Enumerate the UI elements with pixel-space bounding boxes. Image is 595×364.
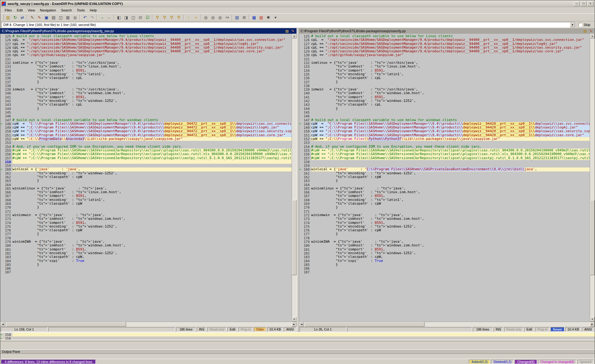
second-file-vertical-scrollbar[interactable]: ▲ ▼ xyxy=(590,34,595,322)
code-line[interactable]: 164 xyxy=(0,183,292,187)
code-line[interactable]: 145 xyxy=(0,110,292,114)
close-button[interactable]: × xyxy=(587,1,593,6)
filter-icon[interactable]: ∇ xyxy=(154,14,161,20)
show-differences-only-icon[interactable]: ☑ xyxy=(144,14,151,20)
print-icon[interactable]: ▤ xyxy=(50,14,57,20)
scroll-track[interactable] xyxy=(304,322,590,327)
first-file-header[interactable]: C:\Program Files\Python\Python37\Lib\sit… xyxy=(0,28,297,34)
code-line[interactable]: ►148cpW = "C:\\Program Files\\SASHome\\S… xyxy=(0,122,292,126)
code-line[interactable]: 136 "ts">'classpath' : cpL xyxy=(0,76,292,80)
code-line[interactable]: 172winiomwin = {"ts">'java' : "ts">'java… xyxy=(299,213,590,217)
code-line[interactable]: 178 xyxy=(299,236,590,240)
scroll-thumb[interactable] xyxy=(292,200,297,275)
recompare-icon[interactable]: ↻ xyxy=(12,14,19,20)
code-line[interactable]: 151cpW += ";C:\\Program Files\\SASHome\\… xyxy=(0,133,292,137)
code-line[interactable]: 153 xyxy=(299,141,590,145)
split-horizontally-icon[interactable]: ⊟ xyxy=(137,14,144,20)
code-line[interactable]: 181 "ts">'iomport' : 8591, xyxy=(299,248,590,251)
scroll-up-icon[interactable]: ▲ xyxy=(292,34,297,38)
code-line[interactable]: 170 } xyxy=(0,206,292,209)
code-line[interactable]: 181 "ts">'iomport' : 8591, xyxy=(0,248,292,251)
code-line[interactable]: 125# build out a local classpath variabl… xyxy=(0,34,292,38)
maximize-button[interactable]: □ xyxy=(580,1,587,6)
code-line[interactable]: 137 } xyxy=(0,80,292,84)
code-line[interactable]: 168 "ts">'encoding' : "ts">'latin1', xyxy=(0,198,292,202)
code-line[interactable]: 175 "ts">'encoding' : "ts">'windows-1252… xyxy=(299,225,590,228)
code-line[interactable]: 143 "ts">'classpath' : cpL xyxy=(299,103,590,106)
code-line[interactable]: 128cpL += ":/opt/sasinside/SASHome/SASDe… xyxy=(0,46,292,50)
code-line[interactable]: 178 xyxy=(0,236,292,240)
code-line[interactable]: 126cpL = "/opt/sasinside/SASHome/SASDepl… xyxy=(0,38,292,42)
code-line[interactable]: 183 "ts">'classpath' : cpW, xyxy=(0,255,292,259)
code-line[interactable]: 145 xyxy=(299,110,590,114)
code-line[interactable]: 161 "ts">'encoding' : "ts">'windows-1252… xyxy=(299,171,590,175)
filter-lines-icon[interactable]: ∇ xyxy=(161,14,168,20)
code-line[interactable]: 135 "ts">'encoding' : "ts">'latin1', xyxy=(0,72,292,76)
xml-report-icon[interactable]: ▨ xyxy=(258,14,265,20)
pane-splitter[interactable] xyxy=(297,28,299,332)
scroll-left-icon[interactable]: ◀ xyxy=(0,322,5,327)
code-line[interactable]: 132iomlinux = {"ts">'java' : "ts">'/usr/… xyxy=(299,61,590,65)
code-line[interactable]: 139iomwin = {"ts">'java' : "ts">'/usr/bi… xyxy=(0,88,292,91)
code-line[interactable]: 161 "ts">'encoding' : "ts">'windows-1252… xyxy=(0,171,292,175)
code-line[interactable]: 140 "ts">'iomhost' : "ts">'windows.iom.h… xyxy=(299,91,590,95)
code-line[interactable]: 165winiomlinux = {"ts">'java' : "ts">'ja… xyxy=(299,187,590,190)
scroll-thumb[interactable] xyxy=(305,322,425,327)
code-line[interactable]: 180 "ts">'iomhost' : "ts">'windows.iom.h… xyxy=(299,244,590,247)
code-line[interactable]: 151cpW += ";C:\\Program Files\\SASHome\\… xyxy=(299,133,590,137)
code-line[interactable]: 175 "ts">'encoding' : "ts">'windows-1252… xyxy=(0,225,292,228)
menu-item-files[interactable]: Files xyxy=(2,8,14,13)
code-line[interactable]: ►160winlocal = {'java' : 'java', xyxy=(0,167,292,171)
code-line[interactable]: 141 "ts">'iomport' : 8591, xyxy=(0,95,292,99)
code-line[interactable]: 136 "ts">'classpath' : cpL xyxy=(299,76,590,80)
code-line[interactable]: 150cpW += ";C:\\Program Files\\SASHome\\… xyxy=(299,129,590,133)
code-line[interactable]: 129cpL += ":/opt/sasinside/SASHome/SASDe… xyxy=(299,50,590,53)
code-line[interactable]: 167 "ts">'iomport' : 8591, xyxy=(299,194,590,198)
code-line[interactable]: 186 xyxy=(0,266,292,270)
menu-item-search[interactable]: Search xyxy=(59,8,74,13)
code-line[interactable]: 159 xyxy=(299,164,590,167)
code-line[interactable]: 156#cpW += ";C:\\Program Files\\SASHome\… xyxy=(299,152,590,156)
menu-item-edit[interactable]: Edit xyxy=(14,8,25,13)
swap-files-icon[interactable]: ⇄ xyxy=(19,14,26,20)
plugins-icon[interactable]: ▩ xyxy=(251,14,258,20)
first-file-code-area[interactable]: 125# build out a local classpath variabl… xyxy=(0,34,297,322)
second-file-header[interactable]: C:\Program Files\Python\Python37\Lib\sit… xyxy=(299,28,595,34)
code-line[interactable]: 187 xyxy=(0,270,292,274)
code-line[interactable]: 129cpL += ":/opt/sasinside/SASHome/SASDe… xyxy=(0,50,292,53)
scroll-track[interactable] xyxy=(5,322,292,327)
code-line[interactable]: 127cpL += ":/opt/sasinside/SASHome/SASDe… xyxy=(299,42,590,46)
copy-icon[interactable]: ▦ xyxy=(64,14,71,20)
code-line[interactable]: 146 xyxy=(0,114,292,118)
code-line[interactable]: 170 } xyxy=(299,206,590,209)
show-both-panes-icon[interactable]: ◫ xyxy=(130,14,137,20)
move-up-icon[interactable]: ↑ xyxy=(185,14,192,20)
code-line[interactable]: 140 "ts">'iomhost' : "ts">'windows.iom.h… xyxy=(0,91,292,95)
code-line[interactable]: 149cpW += ";C:\\Program Files\\SASHome\\… xyxy=(299,126,590,129)
stop-icon[interactable]: ▪ xyxy=(192,14,199,20)
code-line[interactable]: 131 xyxy=(0,57,292,61)
find-icon[interactable]: ◎ xyxy=(72,14,78,20)
show-first-pane-icon[interactable]: ◧ xyxy=(116,14,122,20)
minimize-button[interactable]: – xyxy=(574,1,580,6)
code-line[interactable]: 167 "ts">'iomport' : 8591, xyxy=(0,194,292,198)
menu-item-tools[interactable]: Tools xyxy=(74,8,87,13)
scroll-track[interactable] xyxy=(292,38,297,317)
code-line[interactable]: 127cpL += ":/opt/sasinside/SASHome/SASDe… xyxy=(0,42,292,46)
code-line[interactable]: 166 "ts">'iomhost' : "ts">'linux.iom.hos… xyxy=(299,190,590,194)
code-line[interactable]: 146 xyxy=(299,114,590,118)
code-line[interactable]: ►160winlocal = {'java' : 'C:\\Program Fi… xyxy=(299,167,590,171)
code-line[interactable]: 172winiomwin = {"ts">'java' : "ts">'java… xyxy=(0,213,292,217)
code-line[interactable]: 149cpW += ";C:\\Program Files\\SASHome\\… xyxy=(0,126,292,129)
find-prev-icon[interactable]: ◎ xyxy=(209,14,216,20)
code-line[interactable]: 144 } xyxy=(0,107,292,110)
next-difference-icon[interactable]: → xyxy=(99,14,105,20)
first-file-horizontal-scrollbar[interactable]: ◀ ▶ xyxy=(0,322,297,327)
code-line[interactable]: 154# And, if you've configured IOM to us… xyxy=(0,145,292,149)
toolbar-grip[interactable] xyxy=(2,15,3,20)
skip-checkbox[interactable] xyxy=(579,23,582,27)
code-line[interactable]: 159 xyxy=(0,164,292,167)
find-in-files-icon[interactable]: ◎ xyxy=(217,14,223,20)
code-line[interactable]: 138 xyxy=(0,84,292,88)
code-line[interactable]: 171 xyxy=(299,210,590,213)
